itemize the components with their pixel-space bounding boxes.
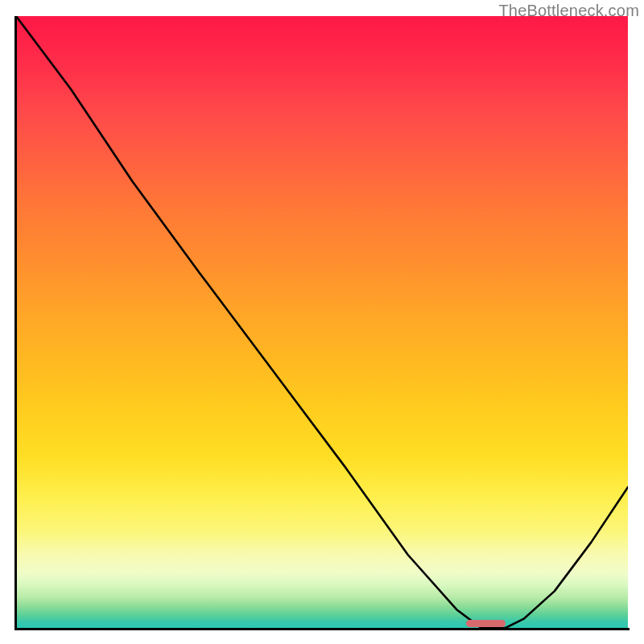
y-axis	[14, 16, 17, 630]
chart-container: TheBottleneck.com	[0, 0, 644, 644]
x-axis	[14, 628, 630, 630]
optimal-marker	[466, 620, 506, 627]
bottleneck-curve	[16, 16, 628, 628]
plot-area	[16, 16, 628, 628]
watermark-text: TheBottleneck.com	[498, 2, 639, 20]
curve-svg	[16, 16, 628, 628]
